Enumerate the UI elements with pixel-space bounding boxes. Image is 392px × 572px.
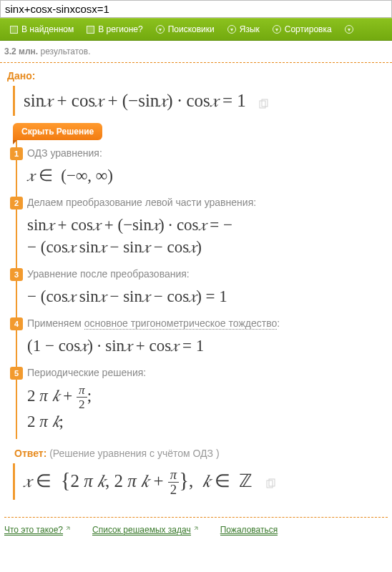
search-bar[interactable] <box>0 0 392 18</box>
filter-label: В найденном <box>21 24 74 34</box>
step-number: 5 <box>10 367 23 380</box>
step-formula: 𝑥 ∈ (−∞, ∞) <box>27 164 381 187</box>
answer-row: Ответ: (Решение уравнения с учётом ОДЗ ) <box>7 446 385 459</box>
filter-label: Поисковики <box>168 24 215 34</box>
step-3: 3 Уравнение после преобразования: − (cos… <box>17 262 385 312</box>
dropdown-icon: ▾ <box>345 25 353 34</box>
identity-link[interactable]: основное тригонометрическое тождество <box>84 317 278 330</box>
filter-engines[interactable]: ▾ Поисковики <box>152 23 222 36</box>
dropdown-icon: ▾ <box>156 25 165 34</box>
filter-label: В регионе? <box>98 24 142 34</box>
results-count: 3.2 млн. результатов. <box>0 41 392 63</box>
copy-icon[interactable] <box>258 99 269 110</box>
filter-language[interactable]: ▾ Язык <box>223 23 267 36</box>
search-input[interactable] <box>5 3 387 15</box>
filter-more[interactable]: ▾ <box>340 24 353 35</box>
filter-nav: В найденном В регионе? ▾ Поисковики ▾ Яз… <box>0 18 392 41</box>
dropdown-icon: ▾ <box>273 25 281 34</box>
filter-region[interactable]: В регионе? <box>82 23 150 36</box>
answer-block: 𝑥 ∈ {2 π 𝑘, 2 π 𝑘 + π2}, 𝑘 ∈ ℤ <box>13 463 385 500</box>
filter-sort[interactable]: ▾ Сортировка <box>268 23 339 36</box>
step-5: 5 Периодические решения: 2 π 𝑘 + π2; 2 π… <box>17 361 385 438</box>
filter-label: Сортировка <box>285 24 332 34</box>
checkbox-icon[interactable] <box>10 26 18 34</box>
footer-whatis-link[interactable]: Что это такое? <box>4 525 72 535</box>
given-block: sin𝑥 + cos𝑥 + (−sin𝑥) · cos𝑥 = 1 <box>13 86 385 116</box>
footer-links: Что это такое? Список решаемых задач Пож… <box>0 518 392 542</box>
given-label: Дано: <box>7 70 385 82</box>
hide-solution-button[interactable]: Скрыть Решение <box>13 123 102 140</box>
step-formula: − (cos𝑥 sin𝑥 − sin𝑥 − cos𝑥) = 1 <box>27 285 381 307</box>
answer-note: (Решение уравнения с учётом ОДЗ ) <box>49 448 219 459</box>
results-number: 3.2 млн. <box>4 46 38 56</box>
hide-solution-label: Скрыть Решение <box>21 127 94 137</box>
given-formula: sin𝑥 + cos𝑥 + (−sin𝑥) · cos𝑥 = 1 <box>24 91 250 110</box>
step-text: Делаем преобразование левой части уравне… <box>27 197 381 208</box>
step-text-pre: Применяем <box>27 317 84 329</box>
solution-steps: 1 ОДЗ уравнения: 𝑥 ∈ (−∞, ∞) 2 Делаем пр… <box>16 140 385 439</box>
step-formula: − (cos𝑥 sin𝑥 − sin𝑥 − cos𝑥) <box>27 236 381 258</box>
step-formula: sin𝑥 + cos𝑥 + (−sin𝑥) · cos𝑥 = − <box>27 214 381 236</box>
step-text: Периодические решения: <box>27 367 381 378</box>
filter-label: Язык <box>240 24 260 34</box>
step-number: 2 <box>10 197 23 209</box>
step-text: ОДЗ уравнения: <box>27 147 381 159</box>
checkbox-icon[interactable] <box>87 26 94 34</box>
step-number: 1 <box>10 147 23 160</box>
filter-in-found[interactable]: В найденном <box>6 23 81 36</box>
dropdown-icon: ▾ <box>227 25 236 34</box>
step-number: 3 <box>10 268 23 281</box>
step-formula: (1 − cos𝑥) · sin𝑥 + cos𝑥 = 1 <box>27 335 381 357</box>
step-4: 4 Применяем основное тригонометрическое … <box>17 312 385 361</box>
step-text-post: : <box>277 317 280 329</box>
step-text: Применяем основное тригонометрическое то… <box>27 317 381 329</box>
footer-tasklist-link[interactable]: Список решаемых задач <box>92 525 200 535</box>
external-icon <box>65 526 72 533</box>
step-number: 4 <box>10 317 23 330</box>
footer-complain-link[interactable]: Пожаловаться <box>220 525 278 535</box>
copy-icon[interactable] <box>265 478 276 490</box>
step-2: 2 Делаем преобразование левой части урав… <box>17 191 385 262</box>
answer-label: Ответ: <box>14 448 46 459</box>
external-icon <box>193 526 200 533</box>
answer-formula: 𝑥 ∈ {2 π 𝑘, 2 π 𝑘 + π2}, 𝑘 ∈ ℤ <box>24 471 258 490</box>
step-formula: 2 π 𝑘 + π2; <box>27 384 381 411</box>
step-formula: 2 π 𝑘; <box>27 410 381 433</box>
results-label: результатов. <box>40 46 90 56</box>
step-text: Уравнение после преобразования: <box>27 268 381 280</box>
step-1: 1 ОДЗ уравнения: 𝑥 ∈ (−∞, ∞) <box>17 142 385 191</box>
